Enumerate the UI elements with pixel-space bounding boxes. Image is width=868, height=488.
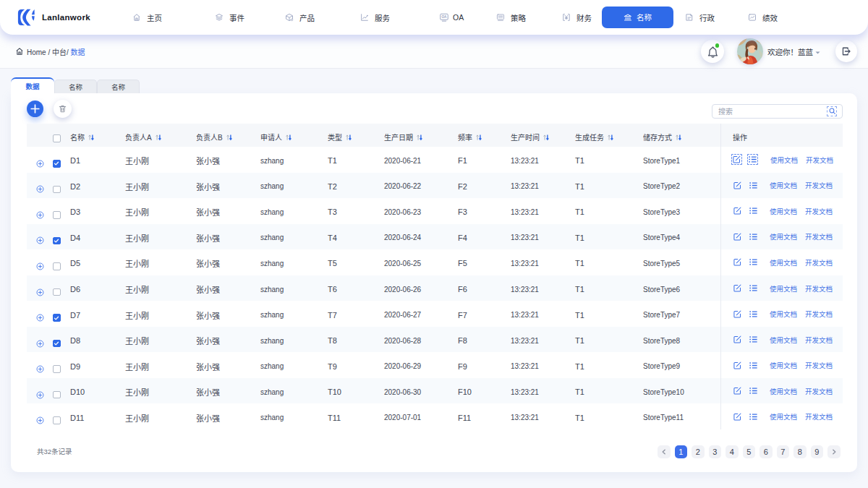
svg-text:OA: OA — [441, 15, 447, 19]
